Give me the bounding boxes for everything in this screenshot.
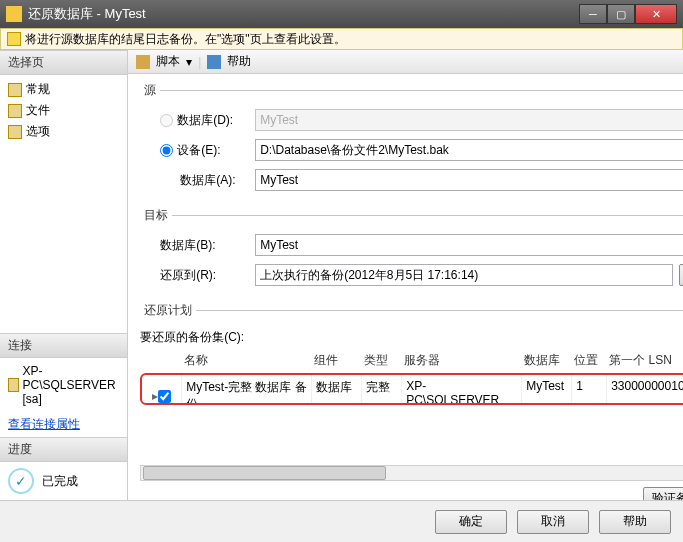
help-button[interactable]: 帮助 (227, 53, 251, 70)
dialog-footer: 确定 取消 帮助 (0, 500, 683, 542)
source-dbk-select[interactable]: MyTest (255, 169, 683, 191)
server-icon (8, 378, 19, 392)
window-title: 还原数据库 - MyTest (28, 5, 579, 23)
maximize-button[interactable]: ▢ (607, 4, 635, 24)
page-icon (8, 104, 22, 118)
connection-info: XP-PC\SQLSERVER [sa] (8, 362, 119, 408)
sidebar-item-options[interactable]: 选项 (8, 121, 119, 142)
warning-bar: 将进行源数据库的结尾日志备份。在"选项"页上查看此设置。 (0, 28, 683, 50)
source-db-select: MyTest (255, 109, 683, 131)
backupset-label: 要还原的备份集(C): (140, 329, 683, 346)
sidebar: 选择页 常规 文件 选项 连接 XP-PC\SQLSERVER [sa] 查看连… (0, 50, 128, 500)
device-path-input[interactable] (255, 139, 683, 161)
source-device-radio[interactable] (160, 144, 173, 157)
help-footer-button[interactable]: 帮助 (599, 510, 671, 534)
toolbar: 脚本 ▾ | 帮助 (128, 50, 683, 74)
close-button[interactable]: ✕ (635, 4, 677, 24)
plan-group: 还原计划 要还原的备份集(C): 名称 组件 类型 服务器 数据库 位置 第一个… (140, 302, 683, 500)
timeline-button[interactable]: 时间线(T)... (679, 264, 683, 286)
script-icon (136, 55, 150, 69)
target-db-select[interactable]: MyTest (255, 234, 683, 256)
table-header: 名称 组件 类型 服务器 数据库 位置 第一个 LSN (140, 350, 683, 371)
sidebar-conn-header: 连接 (0, 333, 127, 358)
progress-indicator: ✓ 已完成 (0, 462, 127, 500)
sidebar-select-header: 选择页 (0, 50, 127, 75)
titlebar: 还原数据库 - MyTest ─ ▢ ✕ (0, 0, 683, 28)
cancel-button[interactable]: 取消 (517, 510, 589, 534)
page-icon (8, 83, 22, 97)
warning-text: 将进行源数据库的结尾日志备份。在"选项"页上查看此设置。 (25, 31, 346, 48)
row-checkbox[interactable] (158, 390, 171, 403)
table-row[interactable]: ▸ MyTest-完整 数据库 备份 数据库 完整 XP-PC\SQLSERVE… (142, 375, 683, 405)
ok-button[interactable]: 确定 (435, 510, 507, 534)
backupset-table: ▸ MyTest-完整 数据库 备份 数据库 完整 XP-PC\SQLSERVE… (140, 373, 683, 405)
script-button[interactable]: 脚本 (156, 53, 180, 70)
check-icon: ✓ (8, 468, 34, 494)
page-icon (8, 125, 22, 139)
sidebar-item-general[interactable]: 常规 (8, 79, 119, 100)
validate-media-button[interactable]: 验证备份介质(V) (643, 487, 683, 500)
source-group: 源 数据库(D): MyTest 设备(E): ... 数据库(A): MyTe… (140, 82, 683, 199)
minimize-button[interactable]: ─ (579, 4, 607, 24)
help-icon (207, 55, 221, 69)
source-db-radio (160, 114, 173, 127)
view-connection-link[interactable]: 查看连接属性 (0, 412, 127, 437)
sidebar-item-files[interactable]: 文件 (8, 100, 119, 121)
warning-icon (7, 32, 21, 46)
dropdown-icon[interactable]: ▾ (186, 55, 192, 69)
horizontal-scrollbar[interactable] (140, 465, 683, 481)
app-icon (6, 6, 22, 22)
sidebar-progress-header: 进度 (0, 437, 127, 462)
target-group: 目标 数据库(B): MyTest 还原到(R): 时间线(T)... (140, 207, 683, 294)
restore-to-input[interactable] (255, 264, 673, 286)
